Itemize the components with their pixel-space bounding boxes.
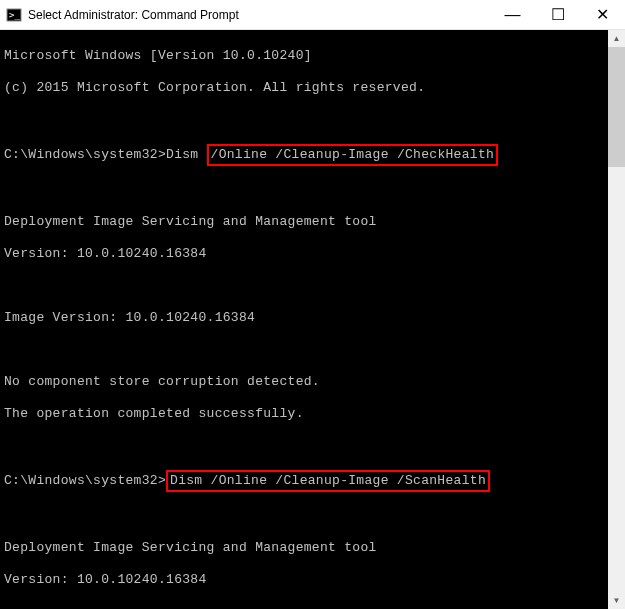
cmd-icon: >_	[6, 7, 22, 23]
line-version: Version: 10.0.10240.16384	[4, 572, 608, 588]
terminal-area: Microsoft Windows [Version 10.0.10240] (…	[0, 30, 625, 609]
scroll-up-button[interactable]: ▲	[608, 30, 625, 47]
prompt-text: C:\Windows\system32>Dism	[4, 147, 207, 162]
minimize-button[interactable]: —	[490, 0, 535, 29]
line-blank	[4, 342, 608, 358]
maximize-button[interactable]: ☐	[535, 0, 580, 29]
line-nocorrupt: No component store corruption detected.	[4, 374, 608, 390]
scrollbar[interactable]: ▲ ▼	[608, 30, 625, 609]
line-header: Microsoft Windows [Version 10.0.10240]	[4, 48, 608, 64]
line-blank	[4, 182, 608, 198]
scroll-down-button[interactable]: ▼	[608, 592, 625, 609]
terminal-output[interactable]: Microsoft Windows [Version 10.0.10240] (…	[0, 30, 608, 609]
titlebar: >_ Select Administrator: Command Prompt …	[0, 0, 625, 30]
svg-text:>_: >_	[9, 10, 20, 20]
line-blank	[4, 604, 608, 609]
window-controls: — ☐ ✕	[490, 0, 625, 29]
scroll-thumb[interactable]	[608, 47, 625, 167]
highlight-scanhealth: Dism /Online /Cleanup-Image /ScanHealth	[166, 470, 490, 492]
line-version: Version: 10.0.10240.16384	[4, 246, 608, 262]
line-tool: Deployment Image Servicing and Managemen…	[4, 214, 608, 230]
line-imgver: Image Version: 10.0.10240.16384	[4, 310, 608, 326]
line-tool: Deployment Image Servicing and Managemen…	[4, 540, 608, 556]
line-cmd1: C:\Windows\system32>Dism /Online /Cleanu…	[4, 144, 608, 166]
line-cmd2: C:\Windows\system32>Dism /Online /Cleanu…	[4, 470, 608, 492]
highlight-checkhealth: /Online /Cleanup-Image /CheckHealth	[207, 144, 499, 166]
prompt-text: C:\Windows\system32>	[4, 473, 166, 488]
line-blank	[4, 508, 608, 524]
line-ok: The operation completed successfully.	[4, 406, 608, 422]
line-blank	[4, 278, 608, 294]
line-blank	[4, 438, 608, 454]
window-title: Select Administrator: Command Prompt	[28, 8, 490, 22]
line-copyright: (c) 2015 Microsoft Corporation. All righ…	[4, 80, 608, 96]
line-blank	[4, 112, 608, 128]
close-button[interactable]: ✕	[580, 0, 625, 29]
